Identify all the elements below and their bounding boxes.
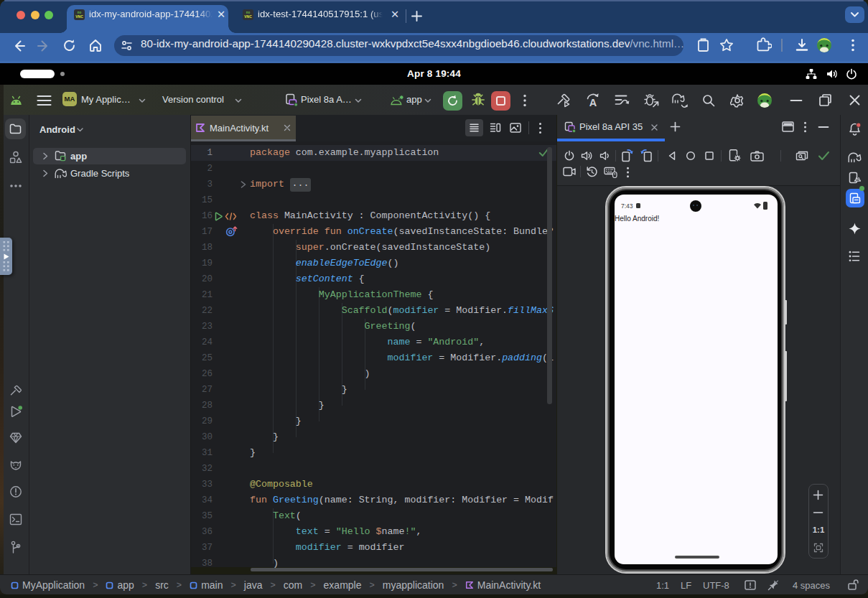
svg-text:A: A [589, 97, 597, 108]
